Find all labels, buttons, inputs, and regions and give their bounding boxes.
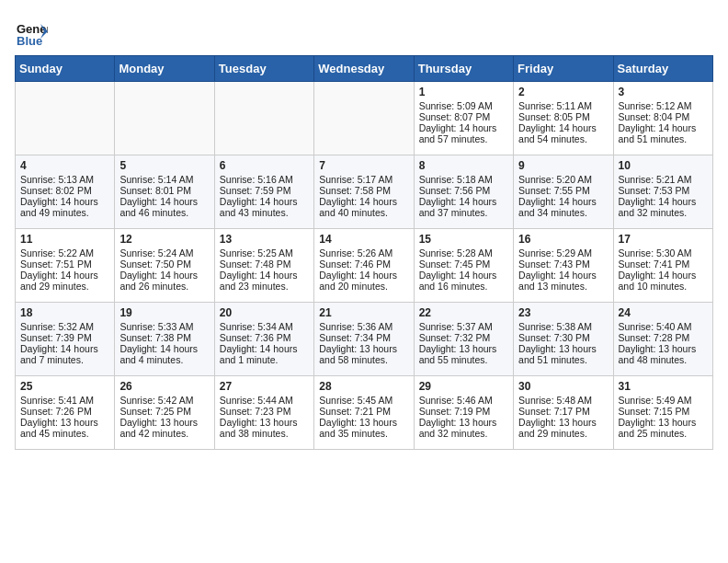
- day-info: Daylight: 13 hours and 42 minutes.: [119, 417, 209, 439]
- day-info: Sunset: 7:30 PM: [518, 332, 608, 343]
- day-number: 12: [119, 233, 209, 246]
- day-info: Daylight: 14 hours and 54 minutes.: [518, 122, 608, 144]
- day-info: Daylight: 14 hours and 20 minutes.: [319, 270, 408, 292]
- week-row-4: 18Sunrise: 5:32 AMSunset: 7:39 PMDayligh…: [16, 303, 713, 376]
- day-info: Sunset: 7:50 PM: [119, 259, 209, 270]
- day-number: 24: [619, 306, 708, 319]
- calendar-cell: 13Sunrise: 5:25 AMSunset: 7:48 PMDayligh…: [214, 229, 313, 303]
- weekday-header-thursday: Thursday: [414, 56, 513, 82]
- day-info: Sunset: 8:02 PM: [20, 185, 109, 196]
- day-info: Daylight: 13 hours and 25 minutes.: [619, 417, 708, 439]
- day-number: 22: [419, 306, 508, 319]
- day-info: Sunrise: 5:16 AM: [220, 174, 309, 185]
- day-info: Sunrise: 5:33 AM: [119, 321, 209, 332]
- day-info: Sunrise: 5:37 AM: [419, 321, 508, 332]
- day-info: Sunrise: 5:26 AM: [319, 247, 408, 259]
- day-number: 9: [518, 159, 608, 172]
- day-number: 11: [20, 233, 109, 246]
- day-info: Daylight: 13 hours and 45 minutes.: [20, 417, 109, 439]
- calendar-cell: 14Sunrise: 5:26 AMSunset: 7:46 PMDayligh…: [314, 229, 414, 303]
- calendar-cell: [214, 82, 313, 155]
- week-row-2: 4Sunrise: 5:13 AMSunset: 8:02 PMDaylight…: [16, 155, 713, 229]
- day-number: 13: [220, 233, 309, 246]
- day-info: Sunset: 7:39 PM: [20, 332, 109, 343]
- day-info: Daylight: 13 hours and 29 minutes.: [518, 417, 608, 439]
- day-number: 3: [619, 86, 708, 98]
- day-info: Daylight: 14 hours and 43 minutes.: [220, 196, 309, 218]
- day-info: Sunset: 7:53 PM: [619, 185, 708, 196]
- day-info: Sunset: 7:38 PM: [119, 332, 209, 343]
- day-info: Sunset: 7:43 PM: [518, 259, 608, 270]
- calendar-cell: 1Sunrise: 5:09 AMSunset: 8:07 PMDaylight…: [414, 82, 513, 155]
- day-info: Daylight: 14 hours and 46 minutes.: [119, 196, 209, 218]
- calendar-cell: [115, 82, 214, 155]
- day-number: 10: [619, 159, 708, 172]
- day-number: 16: [518, 233, 608, 246]
- calendar-cell: 10Sunrise: 5:21 AMSunset: 7:53 PMDayligh…: [613, 155, 712, 229]
- calendar-cell: 4Sunrise: 5:13 AMSunset: 8:02 PMDaylight…: [16, 155, 115, 229]
- day-info: Daylight: 14 hours and 7 minutes.: [20, 343, 109, 365]
- day-info: Sunrise: 5:45 AM: [319, 395, 408, 406]
- day-number: 20: [220, 306, 309, 319]
- day-number: 2: [518, 86, 608, 98]
- day-number: 28: [319, 380, 408, 393]
- day-info: Daylight: 14 hours and 10 minutes.: [619, 270, 708, 292]
- day-info: Sunset: 7:17 PM: [518, 406, 608, 417]
- day-info: Sunset: 7:41 PM: [619, 259, 708, 270]
- day-info: Daylight: 14 hours and 51 minutes.: [619, 122, 708, 144]
- day-info: Sunset: 8:05 PM: [518, 111, 608, 122]
- calendar-cell: 12Sunrise: 5:24 AMSunset: 7:50 PMDayligh…: [115, 229, 214, 303]
- day-info: Sunrise: 5:40 AM: [619, 321, 708, 332]
- day-number: 7: [319, 159, 408, 172]
- day-info: Sunrise: 5:30 AM: [619, 247, 708, 259]
- day-number: 6: [220, 159, 309, 172]
- calendar-cell: 3Sunrise: 5:12 AMSunset: 8:04 PMDaylight…: [613, 82, 712, 155]
- day-info: Sunrise: 5:22 AM: [20, 247, 109, 259]
- calendar-cell: 11Sunrise: 5:22 AMSunset: 7:51 PMDayligh…: [16, 229, 115, 303]
- calendar-cell: 17Sunrise: 5:30 AMSunset: 7:41 PMDayligh…: [613, 229, 712, 303]
- day-info: Sunrise: 5:46 AM: [419, 395, 508, 406]
- logo-icon: General Blue: [15, 15, 48, 48]
- day-number: 18: [20, 306, 109, 319]
- logo: General Blue: [15, 15, 48, 48]
- day-info: Daylight: 13 hours and 32 minutes.: [419, 417, 508, 439]
- day-info: Sunset: 7:28 PM: [619, 332, 708, 343]
- day-number: 21: [319, 306, 408, 319]
- calendar-cell: 19Sunrise: 5:33 AMSunset: 7:38 PMDayligh…: [115, 303, 214, 376]
- calendar-cell: 22Sunrise: 5:37 AMSunset: 7:32 PMDayligh…: [414, 303, 513, 376]
- week-row-5: 25Sunrise: 5:41 AMSunset: 7:26 PMDayligh…: [16, 376, 713, 450]
- calendar-cell: 16Sunrise: 5:29 AMSunset: 7:43 PMDayligh…: [514, 229, 613, 303]
- calendar-cell: 20Sunrise: 5:34 AMSunset: 7:36 PMDayligh…: [214, 303, 313, 376]
- day-info: Sunrise: 5:11 AM: [518, 100, 608, 111]
- day-info: Sunrise: 5:49 AM: [619, 395, 708, 406]
- day-info: Sunrise: 5:20 AM: [518, 174, 608, 185]
- day-info: Sunset: 7:23 PM: [220, 406, 309, 417]
- day-number: 15: [419, 233, 508, 246]
- day-info: Sunrise: 5:21 AM: [619, 174, 708, 185]
- day-info: Daylight: 13 hours and 35 minutes.: [319, 417, 408, 439]
- day-info: Daylight: 14 hours and 4 minutes.: [119, 343, 209, 365]
- calendar-cell: 2Sunrise: 5:11 AMSunset: 8:05 PMDaylight…: [514, 82, 613, 155]
- day-info: Sunset: 7:25 PM: [119, 406, 209, 417]
- day-info: Daylight: 14 hours and 29 minutes.: [20, 270, 109, 292]
- calendar-cell: 8Sunrise: 5:18 AMSunset: 7:56 PMDaylight…: [414, 155, 513, 229]
- day-info: Daylight: 14 hours and 49 minutes.: [20, 196, 109, 218]
- calendar-cell: 23Sunrise: 5:38 AMSunset: 7:30 PMDayligh…: [514, 303, 613, 376]
- calendar-cell: 29Sunrise: 5:46 AMSunset: 7:19 PMDayligh…: [414, 376, 513, 450]
- day-info: Sunset: 7:51 PM: [20, 259, 109, 270]
- day-info: Daylight: 14 hours and 37 minutes.: [419, 196, 508, 218]
- calendar-cell: 24Sunrise: 5:40 AMSunset: 7:28 PMDayligh…: [613, 303, 712, 376]
- calendar-cell: [16, 82, 115, 155]
- day-info: Sunset: 7:15 PM: [619, 406, 708, 417]
- weekday-header-wednesday: Wednesday: [314, 56, 414, 82]
- day-info: Sunrise: 5:42 AM: [119, 395, 209, 406]
- calendar-cell: 31Sunrise: 5:49 AMSunset: 7:15 PMDayligh…: [613, 376, 712, 450]
- calendar-cell: 30Sunrise: 5:48 AMSunset: 7:17 PMDayligh…: [514, 376, 613, 450]
- calendar-cell: 27Sunrise: 5:44 AMSunset: 7:23 PMDayligh…: [214, 376, 313, 450]
- day-info: Sunset: 7:48 PM: [220, 259, 309, 270]
- week-row-3: 11Sunrise: 5:22 AMSunset: 7:51 PMDayligh…: [16, 229, 713, 303]
- day-number: 4: [20, 159, 109, 172]
- day-info: Daylight: 14 hours and 32 minutes.: [619, 196, 708, 218]
- day-info: Sunset: 8:01 PM: [119, 185, 209, 196]
- day-number: 27: [220, 380, 309, 393]
